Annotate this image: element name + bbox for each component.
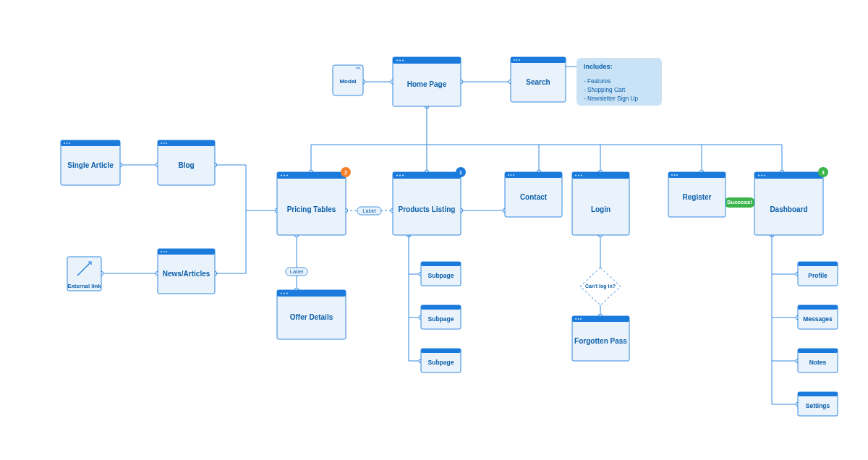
node-modal[interactable]: Modal [333, 65, 363, 95]
svg-point-97 [764, 174, 765, 176]
svg-rect-73 [393, 172, 461, 235]
svg-rect-115 [798, 262, 838, 266]
svg-point-81 [511, 174, 512, 176]
node-register-label: Register [682, 193, 711, 201]
node-dashboard[interactable]: Dashboard 3 [754, 167, 828, 235]
node-pricing-label: Pricing Tables [287, 205, 336, 213]
decision-cant-login[interactable]: Can't log in? [580, 268, 621, 305]
svg-point-96 [761, 174, 762, 176]
node-subpage-3-label: Subpage [428, 359, 454, 366]
svg-point-71 [284, 174, 285, 176]
svg-point-82 [513, 174, 514, 176]
svg-point-72 [286, 174, 288, 176]
conn-blog-pricing [215, 165, 277, 210]
svg-point-77 [402, 174, 404, 176]
node-settings[interactable]: Settings [798, 392, 838, 416]
svg-point-58 [161, 142, 162, 144]
svg-rect-117 [798, 305, 838, 310]
svg-point-92 [676, 174, 678, 176]
svg-point-42 [396, 59, 398, 61]
node-profile-label: Profile [808, 272, 827, 279]
node-single-article-label: Single Article [67, 161, 114, 169]
node-notes-label: Notes [809, 359, 827, 366]
svg-rect-109 [421, 262, 461, 266]
node-messages-label: Messages [803, 315, 833, 323]
node-register[interactable]: Register [668, 172, 726, 217]
node-modal-label: Modal [339, 78, 356, 85]
svg-point-101 [284, 292, 285, 294]
node-subpage-3[interactable]: Subpage [421, 349, 461, 372]
svg-point-63 [161, 251, 162, 252]
svg-point-48 [516, 59, 518, 61]
node-news[interactable]: News/Articles [158, 249, 215, 294]
chip-label-2-text: Label [290, 268, 304, 275]
node-dashboard-label: Dashboard [770, 205, 807, 213]
callout-item-2: - Newsletter Sign Up [584, 95, 639, 102]
svg-point-95 [758, 174, 760, 176]
node-forgotten-label: Forgotten Pass [574, 337, 627, 345]
node-search[interactable]: Search [511, 57, 566, 102]
svg-rect-84 [572, 172, 629, 179]
node-single-article[interactable]: Single Article [61, 140, 120, 185]
svg-rect-93 [754, 172, 823, 235]
node-settings-label: Settings [806, 402, 830, 409]
svg-point-105 [575, 318, 576, 320]
svg-point-49 [519, 59, 520, 61]
svg-rect-121 [798, 392, 838, 396]
svg-point-47 [514, 59, 515, 61]
svg-rect-68 [277, 172, 346, 235]
node-subpage-1-label: Subpage [428, 272, 454, 279]
node-offer-details[interactable]: Offer Details [277, 290, 346, 339]
svg-rect-113 [421, 349, 461, 353]
callout-includes: Includes: - Features - Shopping Cart - N… [576, 58, 662, 106]
node-contact-label: Contact [520, 193, 548, 201]
svg-point-107 [580, 318, 582, 320]
node-subpage-2[interactable]: Subpage [421, 305, 461, 329]
svg-point-80 [508, 174, 509, 176]
svg-point-53 [64, 142, 65, 144]
node-external-label: External link [67, 283, 101, 289]
svg-point-59 [163, 142, 165, 144]
badge-dashboard-text: 3 [822, 170, 825, 175]
svg-point-75 [396, 174, 398, 176]
node-messages[interactable]: Messages [798, 305, 838, 329]
node-home[interactable]: Home Page [393, 57, 461, 106]
svg-point-87 [581, 174, 582, 176]
node-profile[interactable]: Profile [798, 262, 838, 286]
node-login-label: Login [591, 205, 610, 213]
node-notes[interactable]: Notes [798, 349, 838, 372]
node-offer-label: Offer Details [290, 313, 333, 321]
svg-point-86 [578, 174, 579, 176]
node-news-label: News/Articles [163, 270, 210, 278]
success-chip-text: Success! [727, 199, 752, 205]
svg-point-44 [402, 59, 404, 61]
svg-point-39 [360, 69, 361, 70]
badge-pricing-text: 2 [344, 170, 347, 175]
svg-point-60 [166, 142, 167, 144]
node-search-label: Search [526, 78, 550, 86]
conn-news-pricing [215, 210, 246, 273]
svg-point-43 [399, 59, 401, 61]
svg-point-65 [166, 251, 167, 252]
node-external-link[interactable]: External link [67, 257, 101, 291]
node-login[interactable]: Login [572, 172, 629, 235]
svg-point-102 [286, 292, 288, 294]
node-subpage-2-label: Subpage [428, 315, 454, 323]
node-subpage-1[interactable]: Subpage [421, 262, 461, 286]
node-blog-label: Blog [178, 161, 194, 169]
svg-point-90 [671, 174, 673, 176]
node-blog[interactable]: Blog [158, 140, 215, 185]
svg-point-55 [69, 142, 70, 144]
node-forgotten[interactable]: Forgotten Pass [572, 316, 629, 361]
node-home-label: Home Page [407, 80, 447, 88]
sitemap-canvas[interactable]: Label Label Success! Modal Home Page [0, 0, 868, 460]
svg-point-100 [281, 292, 282, 294]
svg-rect-111 [421, 305, 461, 310]
callout-item-1: - Shopping Cart [584, 87, 626, 93]
node-contact[interactable]: Contact [505, 172, 562, 217]
node-pricing[interactable]: Pricing Tables 2 [277, 167, 351, 235]
svg-point-64 [163, 251, 165, 252]
node-products[interactable]: Products Listing 1 [393, 167, 466, 235]
svg-point-91 [674, 174, 676, 176]
svg-point-54 [67, 142, 68, 144]
